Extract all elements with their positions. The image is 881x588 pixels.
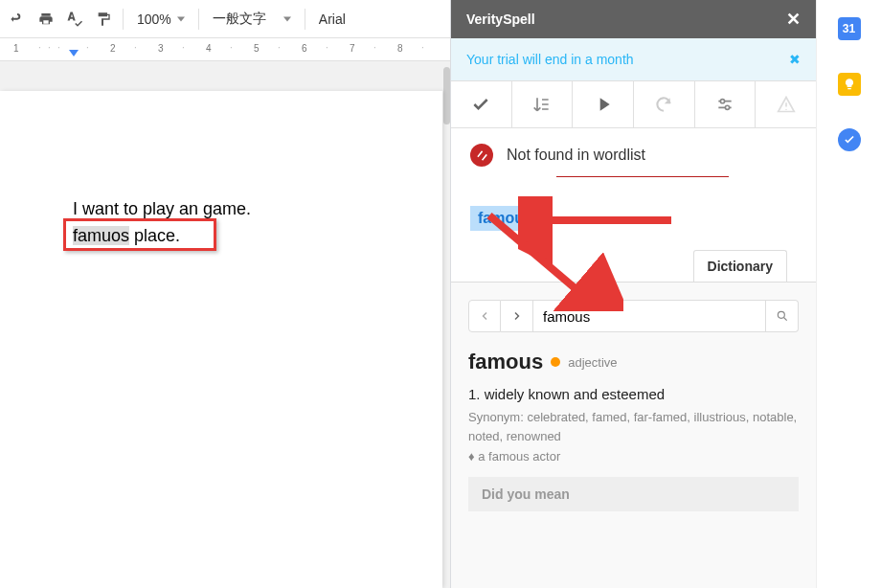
panel-header: VeritySpell ✕ (451, 0, 816, 38)
ruler-tick: · (57, 42, 60, 53)
not-found-message: Not found in wordlist (451, 128, 816, 172)
dict-tab-row: Dictionary (451, 250, 816, 282)
ruler-tick: · (134, 42, 137, 53)
zoom-dropdown[interactable]: 100% (129, 11, 192, 27)
misspelled-word[interactable]: famuos (73, 226, 129, 245)
ruler-tick: · (278, 42, 281, 53)
tasks-icon[interactable] (838, 128, 861, 151)
dictionary-nav (468, 300, 799, 332)
separator (305, 9, 305, 30)
spellcheck-button[interactable] (61, 6, 88, 33)
warning-button[interactable] (756, 81, 816, 127)
ruler-num: 7 (350, 43, 355, 54)
suggestion-chip[interactable]: famous (470, 206, 540, 231)
ruler-tick: · (182, 42, 185, 53)
ruler-num: 2 (110, 43, 116, 54)
font-value: Arial (319, 11, 346, 27)
text-rest[interactable]: place. (129, 226, 180, 245)
settings-button[interactable] (695, 81, 757, 127)
calendar-icon[interactable]: 31 (838, 17, 861, 40)
side-rail: 31 (816, 0, 881, 588)
svg-point-4 (778, 311, 784, 318)
ruler-tick: · (230, 42, 233, 53)
print-button[interactable] (33, 6, 59, 33)
paragraph-style-value: 一般文字 (213, 11, 266, 28)
svg-point-0 (720, 100, 724, 103)
part-of-speech: adjective (568, 355, 617, 370)
ruler-num: 5 (254, 43, 260, 54)
close-button[interactable]: ✕ (786, 9, 801, 30)
dictionary-tab[interactable]: Dictionary (693, 250, 787, 282)
entry-header: famous adjective (468, 350, 799, 374)
ruler-num: 8 (397, 43, 403, 54)
ruler-tick: · (38, 42, 41, 53)
ruler-num: 6 (302, 43, 307, 54)
document-area: 100% 一般文字 Arial 1 · · · · 2 · 3 · 4 · 5 … (0, 0, 450, 588)
indent-marker[interactable] (69, 50, 79, 57)
ruler-tick: · (48, 42, 51, 53)
redo-button[interactable] (4, 6, 31, 33)
undo-button[interactable] (634, 81, 695, 127)
paragraph-style-dropdown[interactable]: 一般文字 (205, 11, 299, 28)
trial-message: Your trial will end in a month (466, 52, 634, 67)
dictionary-search-input[interactable] (533, 300, 766, 332)
pos-indicator-dot (551, 357, 560, 367)
keep-icon[interactable] (838, 73, 861, 96)
ruler-tick: · (86, 42, 89, 53)
skip-button[interactable] (573, 81, 634, 127)
font-dropdown[interactable]: Arial (311, 11, 353, 27)
trial-banner: Your trial will end in a month ✖ (451, 38, 816, 81)
dictionary-search-button[interactable] (766, 300, 799, 332)
accept-all-button[interactable] (512, 81, 574, 127)
not-found-text: Not found in wordlist (507, 147, 645, 164)
document-page[interactable]: I want to play an game. famuos place. (0, 91, 442, 588)
accept-button[interactable] (451, 81, 512, 127)
error-icon (470, 144, 493, 167)
entry-word: famous (468, 350, 543, 374)
nav-back-button[interactable] (468, 300, 501, 332)
paint-format-button[interactable] (90, 6, 117, 33)
panel-action-bar (451, 81, 816, 128)
ruler-num: 4 (206, 43, 212, 54)
text-line-1[interactable]: I want to play an game. (73, 196, 442, 223)
scrollbar[interactable] (443, 67, 450, 124)
horizontal-ruler[interactable]: 1 · · · · 2 · 3 · 4 · 5 · 6 · 7 · 8 · (0, 38, 450, 61)
ruler-tick: · (373, 42, 376, 53)
definition: 1. widely known and esteemed (468, 386, 799, 402)
svg-point-1 (725, 105, 729, 109)
calendar-day: 31 (843, 22, 855, 35)
ruler-tick: · (421, 42, 424, 53)
text-line-2[interactable]: famuos place. (73, 223, 442, 250)
did-you-mean[interactable]: Did you mean (468, 477, 799, 511)
ruler-tick: · (326, 42, 328, 53)
synonyms: Synonym: celebrated, famed, far-famed, i… (468, 408, 799, 445)
verityspell-panel: VeritySpell ✕ Your trial will end in a m… (450, 0, 816, 588)
suggestion-area: famous (451, 177, 816, 250)
ruler-num: 1 (13, 43, 19, 54)
toolbar: 100% 一般文字 Arial (0, 0, 450, 38)
banner-close-icon[interactable]: ✖ (789, 52, 801, 67)
ruler-num: 3 (158, 43, 164, 54)
separator (123, 9, 124, 30)
example: ♦ a famous actor (468, 449, 799, 464)
zoom-value: 100% (137, 11, 171, 27)
panel-title: VeritySpell (466, 11, 535, 27)
separator (198, 9, 199, 30)
chevron-down-icon (283, 15, 291, 23)
chevron-down-icon (177, 15, 185, 23)
dictionary-body: famous adjective 1. widely known and est… (451, 282, 816, 588)
nav-forward-button[interactable] (501, 300, 533, 332)
